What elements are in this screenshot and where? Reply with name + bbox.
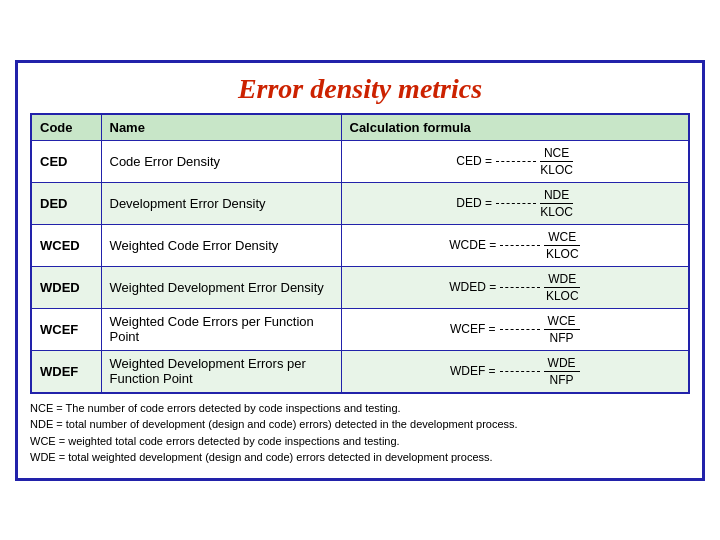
header-name: Name xyxy=(101,114,341,141)
denominator: KLOC xyxy=(540,162,573,177)
denominator: NFP xyxy=(550,330,574,345)
cell-formula: WDEF =WDENFP xyxy=(341,350,689,393)
cell-formula: WCDE =WCEKLOC xyxy=(341,224,689,266)
cell-code: CED xyxy=(31,140,101,182)
cell-code: WDEF xyxy=(31,350,101,393)
fraction: NCEKLOC xyxy=(540,146,573,177)
numerator: WCE xyxy=(544,314,580,330)
main-container: Error density metrics Code Name Calculat… xyxy=(15,60,705,481)
cell-name: Weighted Development Error Density xyxy=(101,266,341,308)
cell-code: DED xyxy=(31,182,101,224)
cell-formula: WCEF =WCENFP xyxy=(341,308,689,350)
formula-prefix: WCEF = xyxy=(450,322,496,336)
formula-prefix: WDED = xyxy=(449,280,496,294)
fraction: WDENFP xyxy=(544,356,580,387)
table-row: WDEFWeighted Development Errors per Func… xyxy=(31,350,689,393)
denominator: KLOC xyxy=(546,288,579,303)
table-row: WCEFWeighted Code Errors per Function Po… xyxy=(31,308,689,350)
table-row: WCEDWeighted Code Error DensityWCDE =WCE… xyxy=(31,224,689,266)
numerator: WDE xyxy=(544,272,580,288)
numerator: NCE xyxy=(540,146,573,162)
numerator: WDE xyxy=(544,356,580,372)
table-row: CEDCode Error DensityCED =NCEKLOC xyxy=(31,140,689,182)
cell-code: WCED xyxy=(31,224,101,266)
formula-prefix: WCDE = xyxy=(449,238,496,252)
numerator: WCE xyxy=(544,230,580,246)
denominator: KLOC xyxy=(546,246,579,261)
cell-name: Weighted Code Error Density xyxy=(101,224,341,266)
note-item: NCE = The number of code errors detected… xyxy=(30,400,690,417)
denominator: NFP xyxy=(550,372,574,387)
note-item: WCE = weighted total code errors detecte… xyxy=(30,433,690,450)
cell-code: WDED xyxy=(31,266,101,308)
fraction: WCENFP xyxy=(544,314,580,345)
numerator: NDE xyxy=(540,188,573,204)
note-item: NDE = total number of development (desig… xyxy=(30,416,690,433)
cell-name: Code Error Density xyxy=(101,140,341,182)
notes-section: NCE = The number of code errors detected… xyxy=(30,400,690,466)
table-row: WDEDWeighted Development Error DensityWD… xyxy=(31,266,689,308)
header-code: Code xyxy=(31,114,101,141)
cell-name: Weighted Development Errors per Function… xyxy=(101,350,341,393)
fraction: NDEKLOC xyxy=(540,188,573,219)
header-formula: Calculation formula xyxy=(341,114,689,141)
cell-name: Weighted Code Errors per Function Point xyxy=(101,308,341,350)
note-item: WDE = total weighted development (design… xyxy=(30,449,690,466)
fraction: WCEKLOC xyxy=(544,230,580,261)
formula-prefix: CED = xyxy=(456,154,492,168)
page-title: Error density metrics xyxy=(30,73,690,105)
cell-formula: WDED =WDEKLOC xyxy=(341,266,689,308)
table-row: DEDDevelopment Error DensityDED =NDEKLOC xyxy=(31,182,689,224)
cell-formula: CED =NCEKLOC xyxy=(341,140,689,182)
cell-code: WCEF xyxy=(31,308,101,350)
formula-prefix: WDEF = xyxy=(450,364,496,378)
metrics-table: Code Name Calculation formula CEDCode Er… xyxy=(30,113,690,394)
fraction: WDEKLOC xyxy=(544,272,580,303)
denominator: KLOC xyxy=(540,204,573,219)
cell-formula: DED =NDEKLOC xyxy=(341,182,689,224)
formula-prefix: DED = xyxy=(456,196,492,210)
cell-name: Development Error Density xyxy=(101,182,341,224)
